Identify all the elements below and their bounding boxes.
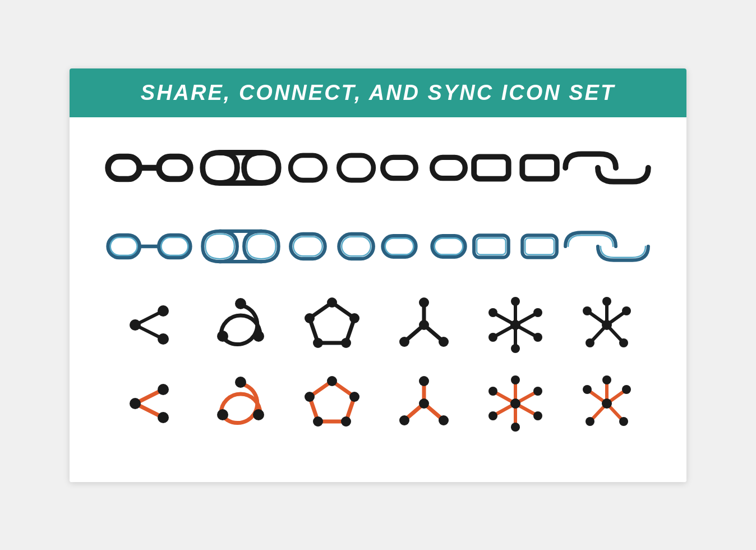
- svg-point-89: [158, 384, 169, 395]
- svg-point-59: [419, 297, 429, 308]
- chain-icon-3: [287, 140, 377, 196]
- chain-blue-icon-2: [196, 218, 285, 274]
- svg-point-95: [327, 376, 337, 386]
- svg-point-125: [602, 398, 612, 409]
- chain-blue-icon-1: [104, 218, 194, 274]
- svg-rect-40: [525, 238, 554, 255]
- svg-marker-94: [310, 381, 354, 421]
- svg-point-115: [511, 423, 520, 432]
- svg-rect-33: [382, 236, 416, 256]
- hub-6spoke-orange: [471, 375, 560, 432]
- svg-point-105: [399, 415, 409, 425]
- chain-icon-1: [104, 140, 194, 196]
- svg-point-68: [510, 320, 520, 330]
- chain-icon-6: [562, 140, 652, 196]
- svg-marker-49: [310, 302, 354, 343]
- svg-point-97: [341, 416, 351, 427]
- svg-point-127: [583, 385, 592, 394]
- svg-point-53: [313, 338, 323, 348]
- svg-point-113: [510, 398, 520, 409]
- svg-point-129: [586, 417, 594, 426]
- svg-point-119: [533, 387, 542, 396]
- svg-point-114: [511, 375, 520, 384]
- svg-rect-31: [293, 236, 322, 255]
- svg-rect-34: [432, 236, 465, 256]
- circle-3node-orange: [196, 375, 285, 432]
- svg-point-44: [158, 305, 169, 317]
- hub-3spoke-orange: [379, 375, 469, 432]
- chain-icon-4: [379, 140, 469, 196]
- svg-rect-39: [477, 238, 506, 255]
- svg-point-98: [313, 416, 323, 427]
- chain-blue-icon-4: [379, 218, 469, 274]
- svg-point-43: [130, 319, 141, 331]
- svg-point-84: [586, 338, 594, 347]
- svg-point-81: [602, 297, 611, 306]
- svg-point-69: [511, 297, 520, 306]
- circle-3node-black: [196, 297, 285, 353]
- svg-point-118: [488, 411, 497, 420]
- svg-point-73: [488, 333, 497, 342]
- svg-point-47: [217, 331, 228, 342]
- svg-point-90: [158, 412, 169, 423]
- svg-point-54: [305, 313, 315, 323]
- chain-blue-icon-5: [471, 218, 560, 274]
- header: Share, Connect, and Sync Icon Set: [70, 68, 686, 117]
- svg-point-50: [327, 297, 337, 308]
- content: [70, 117, 686, 482]
- svg-point-71: [488, 308, 497, 317]
- svg-point-126: [602, 375, 611, 384]
- pentagon-5node-orange: [287, 375, 377, 432]
- svg-point-52: [341, 338, 351, 348]
- svg-point-117: [533, 411, 542, 420]
- svg-point-80: [602, 320, 612, 330]
- svg-point-61: [439, 337, 449, 347]
- hub-3spoke-black: [379, 297, 469, 353]
- svg-point-60: [399, 337, 409, 347]
- svg-point-46: [235, 298, 246, 309]
- svg-point-85: [619, 338, 628, 347]
- svg-point-92: [217, 409, 228, 420]
- share-icon-black: [104, 297, 194, 353]
- svg-point-45: [158, 333, 169, 345]
- svg-rect-35: [385, 238, 413, 254]
- row-network-black: [103, 297, 653, 353]
- svg-point-74: [533, 308, 542, 317]
- chain-icon-5: [471, 140, 560, 196]
- row-network-orange: [103, 375, 653, 432]
- hub-5spoke-black: [562, 297, 652, 353]
- chain-blue-icon-3: [287, 218, 377, 274]
- svg-point-128: [622, 385, 631, 394]
- share-icon-orange: [104, 375, 194, 432]
- svg-point-93: [253, 409, 264, 420]
- svg-point-99: [305, 392, 315, 402]
- svg-point-96: [349, 392, 359, 402]
- svg-point-83: [622, 306, 631, 315]
- svg-point-116: [488, 387, 497, 396]
- chain-blue-icon-6: [562, 218, 652, 274]
- card: Share, Connect, and Sync Icon Set: [70, 68, 686, 482]
- pentagon-5node-black: [287, 297, 377, 353]
- svg-point-91: [235, 377, 246, 388]
- svg-point-58: [419, 320, 429, 330]
- hub-5spoke-orange: [562, 375, 652, 432]
- svg-rect-36: [434, 238, 463, 254]
- svg-point-104: [419, 376, 429, 386]
- row-chain-black: [103, 140, 653, 196]
- svg-point-82: [583, 306, 592, 315]
- svg-rect-29: [291, 233, 325, 258]
- chain-icon-2: [196, 140, 285, 196]
- row-chain-blue: [103, 218, 653, 274]
- svg-point-88: [130, 398, 141, 409]
- svg-point-106: [439, 415, 449, 425]
- page-title: Share, Connect, and Sync Icon Set: [92, 81, 664, 105]
- svg-rect-30: [339, 233, 374, 258]
- svg-point-72: [533, 333, 542, 342]
- hub-6spoke-black: [471, 297, 560, 353]
- svg-point-70: [511, 344, 520, 353]
- svg-rect-32: [342, 236, 371, 255]
- svg-point-51: [349, 313, 359, 323]
- svg-point-130: [619, 417, 628, 426]
- svg-point-103: [419, 398, 429, 409]
- svg-point-48: [253, 331, 264, 342]
